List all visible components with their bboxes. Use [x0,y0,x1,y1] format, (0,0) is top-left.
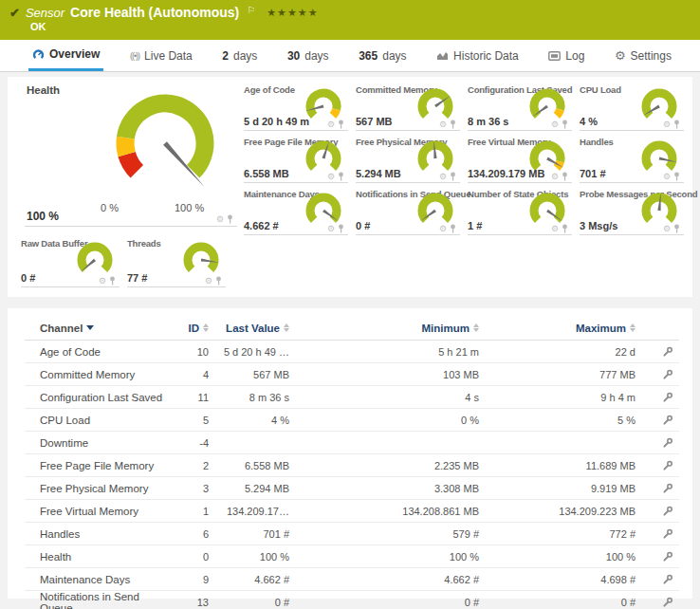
channel-minimum: 0 # [289,597,479,608]
gear-icon[interactable]: ⚙ [439,120,447,129]
gear-icon[interactable]: ⚙ [551,120,559,129]
channel-last-value: 100 % [209,551,289,563]
gear-icon[interactable]: ⚙ [439,173,447,181]
tab-30-days[interactable]: 30 days [284,40,333,71]
live-icon: ((•)) [130,51,139,61]
channel-settings-wrench-icon[interactable] [662,506,673,517]
pin-icon[interactable] [338,172,344,181]
gear-icon[interactable]: ⚙ [327,225,335,233]
channel-settings-wrench-icon[interactable] [662,392,673,403]
gear-icon[interactable]: ⚙ [205,277,212,286]
mini-gauge-panel[interactable]: Free Physical Memory 5.294 MB ⚙ [352,135,464,187]
pin-icon[interactable] [338,120,344,129]
pin-icon[interactable] [562,120,568,129]
channel-id: 2 [167,460,209,471]
mini-gauge-panel[interactable]: Threads 77 # ⚙ [123,236,230,291]
mini-gauge-panel[interactable]: Age of Code 5 d 20 h 49 m ⚙ [240,83,352,135]
pin-icon[interactable] [450,172,456,181]
channel-name: Free Physical Memory [25,483,167,494]
gear-icon[interactable]: ⚙ [663,173,671,181]
channel-name: Free Virtual Memory [25,506,167,517]
mini-gauge-panel[interactable]: CPU Load 4 % ⚙ [576,83,688,135]
channel-name: Downtime [25,437,167,449]
channel-name: Free Page File Memory [25,460,167,471]
gauge-panel-health[interactable]: Health 0 % 100 % 100 % ⚙ [17,81,239,227]
mini-gauge-panel[interactable]: Raw Data Buffer 0 # ⚙ [17,236,123,291]
mini-gauge-panel[interactable]: Committed Memory 567 MB ⚙ [352,83,464,135]
table-row: Free Page File Memory 2 6.558 MB 2.235 M… [25,454,679,477]
mini-gauge-bottom-row: Raw Data Buffer 0 # ⚙ Threads 77 # ⚙ [17,236,239,291]
tab-historic-data[interactable]: Historic Data [433,40,523,71]
pin-icon[interactable] [673,172,680,181]
channel-last-value: 567 MB [209,369,289,380]
pin-icon[interactable] [450,120,456,129]
pin-icon[interactable] [227,214,233,224]
channel-last-value: 4.662 # [209,574,289,585]
pin-icon[interactable] [215,276,222,286]
tab-overview[interactable]: Overview [28,40,103,71]
tab-bar: Overview ((•)) Live Data 2 days 30 days … [0,40,700,72]
tab-log[interactable]: Log [544,40,588,71]
channel-last-value: 5 d 20 h 49 … [209,346,289,358]
channel-settings-wrench-icon[interactable] [662,551,673,563]
tab-live-data[interactable]: ((•)) Live Data [126,40,196,71]
gear-icon[interactable]: ⚙ [327,120,335,129]
pin-icon[interactable] [562,224,568,233]
gear-icon[interactable]: ⚙ [551,225,559,233]
channel-settings-wrench-icon[interactable] [662,574,673,585]
channel-settings-wrench-icon[interactable] [662,483,673,494]
gear-icon[interactable]: ⚙ [551,173,559,181]
channel-id: 9 [167,574,209,585]
mini-gauge-panel[interactable]: Notifications in Send Queue 0 # ⚙ [352,187,464,239]
channel-settings-wrench-icon[interactable] [662,415,673,426]
priority-stars[interactable]: ★★★★★ [267,7,318,19]
channel-settings-wrench-icon[interactable] [662,369,673,380]
gauge-value: 3 Msg/s [580,220,617,231]
channel-settings-wrench-icon[interactable] [662,460,673,471]
col-header-channel[interactable]: Channel [25,323,167,334]
pin-icon[interactable] [450,224,456,233]
gear-icon[interactable]: ⚙ [663,120,671,129]
tab-365-days[interactable]: 365 days [355,40,410,71]
gear-icon[interactable]: ⚙ [663,225,671,233]
gear-icon[interactable]: ⚙ [439,225,447,233]
col-header-id[interactable]: ID [167,323,209,334]
channel-settings-wrench-icon[interactable] [662,597,673,608]
table-row: Notifications in Send Queue 13 0 # 0 # 0… [25,591,679,609]
mini-gauge-panel[interactable]: Free Virtual Memory 134.209.179 MB ⚙ [464,135,576,187]
channel-settings-wrench-icon[interactable] [662,346,673,358]
col-header-last-value[interactable]: Last Value [209,323,289,334]
col-header-minimum[interactable]: Minimum [289,323,479,334]
mini-gauge-panel[interactable]: Handles 701 # ⚙ [576,135,688,187]
gear-icon[interactable]: ⚙ [216,215,224,224]
channel-settings-wrench-icon[interactable] [662,528,673,540]
pin-icon[interactable] [673,224,680,233]
pin-icon[interactable] [673,120,680,129]
pin-icon[interactable] [109,276,116,286]
table-row: Free Physical Memory 3 5.294 MB 3.308 MB… [25,477,679,500]
channel-minimum: 134.208.861 MB [289,506,479,517]
mini-gauge-panel[interactable]: Free Page File Memory 6.558 MB ⚙ [240,135,352,187]
mini-gauge-panel[interactable]: Configuration Last Saved 8 m 36 s ⚙ [464,83,576,135]
mini-gauge-panel[interactable]: Probe Messages per Second 3 Msg/s ⚙ [576,187,688,239]
flag-icon[interactable]: ⚐ [247,5,255,15]
pin-icon[interactable] [562,172,568,181]
channel-last-value: 0 # [209,597,289,608]
mini-gauge-panel[interactable]: Maintenance Days 4.662 # ⚙ [240,187,352,239]
tab-settings[interactable]: ⚙ Settings [611,40,675,71]
channel-id: 4 [167,369,209,380]
gear-icon[interactable]: ⚙ [99,277,106,286]
channel-id: 11 [167,392,209,403]
mini-gauge-panel[interactable]: Number of State Objects 1 # ⚙ [464,187,576,239]
col-header-maximum[interactable]: Maximum [479,323,636,334]
channel-minimum: 100 % [289,551,479,563]
gauge-title: Threads [127,238,161,249]
channel-maximum: 11.689 MB [479,460,636,471]
channel-maximum: 4.698 # [479,574,636,585]
mini-gauge-grid: Age of Code 5 d 20 h 49 m ⚙ Committed Me… [240,83,688,239]
tab-2-days[interactable]: 2 days [218,40,261,71]
table-row: Free Virtual Memory 1 134.209.17… 134.20… [25,500,679,523]
channel-settings-wrench-icon[interactable] [662,437,673,449]
gear-icon[interactable]: ⚙ [327,173,335,181]
pin-icon[interactable] [338,224,344,233]
